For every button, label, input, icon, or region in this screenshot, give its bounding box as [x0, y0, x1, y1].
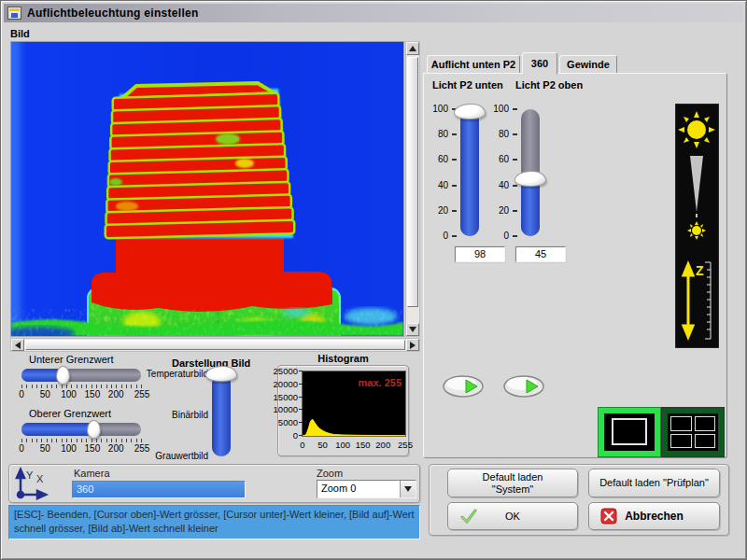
tab-gewinde[interactable]: Gewinde: [559, 55, 617, 74]
red-x-icon: [600, 508, 617, 525]
histogram-chart: max. 255 0500010000150002000025000 05010…: [277, 365, 409, 456]
cancel-button[interactable]: Abbrechen: [588, 502, 720, 530]
zoom-label: Zoom: [317, 468, 343, 479]
ok-button[interactable]: OK: [447, 502, 578, 530]
slider1-thumb[interactable]: [454, 104, 486, 119]
image-label: Bild: [10, 28, 30, 39]
dialog-window: Auflichtbeleuchtung einstellen Bild: [0, 0, 747, 560]
arrow-up-icon: [409, 46, 416, 51]
slider1-value-box[interactable]: 98: [455, 246, 505, 262]
darstellung-option: Grauwertbild: [155, 451, 208, 461]
scale-tick-label: 40: [438, 180, 448, 190]
scale-tick-mark: [452, 185, 457, 187]
scale-tick-label: 50: [40, 443, 50, 454]
camera-image[interactable]: [10, 41, 404, 337]
image-vertical-scrollbar[interactable]: [405, 41, 420, 337]
app-icon: [7, 7, 21, 20]
tab-auflicht-unten-p2[interactable]: Auflicht unten P2: [427, 55, 520, 74]
oberer-grenzwert-slider[interactable]: 050100150200255: [21, 423, 143, 466]
lower-limit-label: Unterer Grenzwert: [29, 354, 113, 365]
hist-y-tick-label: 10000: [274, 404, 298, 414]
chevron-down-icon: [404, 486, 412, 492]
arrow-left-icon: [15, 342, 21, 349]
checkmark-icon: [459, 508, 478, 525]
slider2-scale: 020406080100: [487, 109, 517, 236]
hist-x-tick-label: 150: [356, 440, 371, 450]
scale-tick-mark: [513, 210, 517, 212]
svg-text:Y: Y: [26, 469, 34, 481]
z-axis-label: Z: [696, 263, 704, 278]
slider2-thumb[interactable]: [514, 171, 546, 187]
darstellung-option: Temperaturbild: [147, 369, 208, 379]
help-text-box: [ESC]- Beenden, [Cursor oben]-Wert gröss…: [8, 505, 420, 539]
title-bar[interactable]: Auflichtbeleuchtung einstellen: [4, 4, 743, 22]
scale-tick-mark: [452, 133, 457, 135]
scale-tick-label: 150: [85, 443, 101, 454]
svg-text:X: X: [36, 473, 44, 484]
single-view-button[interactable]: [599, 408, 660, 456]
hist-y-tick-label: 25000: [274, 366, 298, 376]
scale-tick-label: 0: [443, 231, 448, 241]
zoom-dropdown-button[interactable]: [400, 481, 416, 497]
scroll-down-button[interactable]: [406, 323, 419, 336]
lower-thumb[interactable]: [56, 366, 70, 385]
horizontal-scroll-thumb[interactable]: [25, 340, 405, 350]
darstellung-thumb[interactable]: [205, 366, 237, 382]
hist-x-tick-label: 200: [375, 440, 390, 450]
upper-thumb[interactable]: [87, 420, 101, 439]
scale-tick-label: 150: [85, 389, 101, 399]
histogram-plot-area: max. 255: [302, 371, 406, 437]
hist-y-tick-mark: [299, 435, 303, 436]
scale-tick-mark: [513, 185, 517, 187]
zoom-dropdown[interactable]: Zoom 0: [317, 480, 416, 498]
scale-tick-label: 100: [493, 104, 509, 114]
scale-tick-mark: [513, 159, 517, 161]
slider2-fill: [521, 179, 540, 236]
vertical-scroll-thumb[interactable]: [407, 57, 418, 307]
upper-fill: [21, 423, 94, 436]
scale-tick-label: 0: [503, 231, 509, 241]
default-pruefplan-button[interactable]: Default laden "Prüfplan": [588, 469, 720, 497]
hist-y-tick-mark: [299, 384, 303, 385]
lower-ticks: [21, 385, 142, 388]
licht-p2-unten-slider[interactable]: 020406080100: [427, 102, 492, 244]
hist-x-tick-label: 50: [317, 440, 328, 450]
default-system-button[interactable]: Default laden "System": [447, 469, 578, 497]
light-toggle-button-2[interactable]: [502, 374, 545, 399]
scale-tick-label: 60: [499, 154, 509, 164]
scale-tick-label: 200: [108, 443, 124, 454]
xy-axis-icon: Y X: [14, 467, 51, 505]
slider1-fill: [460, 112, 479, 236]
scale-tick-label: 0: [19, 389, 24, 399]
histogram-series: [303, 419, 405, 436]
scroll-right-button[interactable]: [406, 339, 419, 351]
hist-y-tick-label: 0: [293, 430, 298, 441]
light-toggle-button-1[interactable]: [442, 374, 485, 399]
licht-p2-oben-slider[interactable]: 020406080100: [487, 102, 553, 244]
scale-tick-label: 80: [438, 129, 448, 139]
darstellung-fill: [212, 374, 231, 456]
scale-tick-label: 60: [438, 154, 448, 164]
darstellung-slider[interactable]: TemperaturbildBinärbildGrauwertbild: [132, 367, 234, 464]
scroll-left-button[interactable]: [11, 339, 24, 351]
scale-tick-mark: [513, 235, 517, 237]
arrow-down-icon: [409, 327, 416, 332]
quad-view-button[interactable]: [662, 408, 724, 456]
thermal-screw-image: [11, 42, 403, 336]
scale-tick-mark: [452, 235, 457, 237]
kamera-field[interactable]: 360: [72, 481, 246, 498]
upper-scale: 050100150200255: [21, 443, 142, 455]
scale-tick-label: 20: [499, 205, 509, 216]
slider2-value-box[interactable]: 45: [515, 246, 566, 262]
window-title: Auflichtbeleuchtung einstellen: [27, 7, 199, 20]
slider1-label: Licht P2 unten: [432, 79, 503, 91]
unterer-grenzwert-slider[interactable]: 050100150200255: [21, 369, 143, 412]
hist-y-tick-label: 20000: [274, 379, 298, 389]
image-horizontal-scrollbar[interactable]: [10, 338, 420, 352]
scale-tick-label: 80: [499, 129, 509, 139]
scroll-up-button[interactable]: [406, 42, 419, 55]
big-sun-icon: [678, 111, 715, 148]
scale-tick-label: 100: [432, 104, 448, 114]
hist-x-tick-label: 255: [398, 440, 413, 450]
tab-360[interactable]: 360: [522, 52, 557, 75]
